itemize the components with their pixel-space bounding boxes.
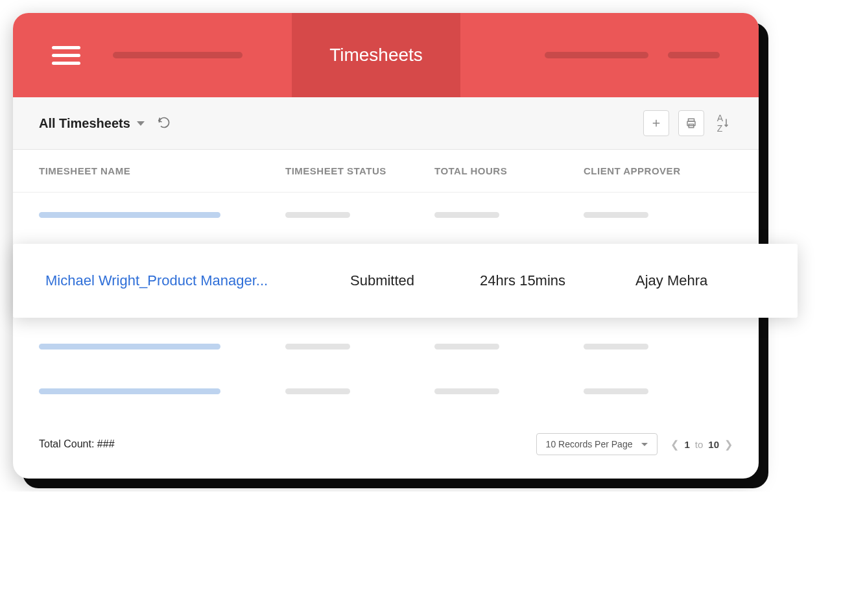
placeholder-cell: [39, 212, 220, 218]
page-from: 1: [684, 439, 689, 450]
page-title: Timesheets: [329, 45, 423, 65]
placeholder-cell: [39, 344, 220, 349]
table-row-highlighted[interactable]: Michael Wright_Product Manager... Submit…: [13, 244, 798, 318]
table-row[interactable]: [13, 324, 759, 369]
placeholder-cell: [285, 212, 350, 218]
toolbar-left: All Timesheets: [39, 116, 172, 131]
caret-down-icon: [641, 443, 648, 446]
table-row[interactable]: [13, 193, 759, 237]
app-header: Timesheets: [13, 13, 759, 97]
menu-icon[interactable]: [52, 46, 80, 65]
timesheet-approver: Ajay Mehra: [635, 272, 765, 289]
placeholder-cell: [285, 388, 350, 394]
filter-dropdown[interactable]: All Timesheets: [39, 116, 145, 131]
placeholder-cell: [584, 388, 648, 394]
table-header: TIMESHEET NAME TIMESHEET STATUS TOTAL HO…: [13, 150, 759, 193]
print-button[interactable]: [678, 110, 704, 136]
table-footer: Total Count: ### 10 Records Per Page ❮ 1…: [13, 414, 759, 479]
column-header-status[interactable]: TIMESHEET STATUS: [285, 165, 434, 176]
placeholder-cell: [434, 388, 499, 394]
timesheet-hours: 24hrs 15mins: [480, 272, 635, 289]
toolbar: All Timesheets: [13, 97, 759, 150]
placeholder-cell: [584, 344, 648, 349]
placeholder-cell: [285, 344, 350, 349]
page-size-dropdown[interactable]: 10 Records Per Page: [536, 433, 658, 455]
footer-right: 10 Records Per Page ❮ 1 to 10 ❯: [536, 433, 733, 455]
header-title-tab[interactable]: Timesheets: [292, 13, 460, 97]
placeholder-cell: [434, 212, 499, 218]
column-header-hours[interactable]: TOTAL HOURS: [434, 165, 584, 176]
header-placeholder: [545, 52, 648, 58]
header-left: [13, 46, 292, 65]
page-to-word: to: [695, 439, 704, 450]
page-to: 10: [708, 439, 719, 450]
column-header-name[interactable]: TIMESHEET NAME: [39, 165, 285, 176]
placeholder-cell: [584, 212, 648, 218]
header-placeholder: [113, 52, 243, 58]
column-header-approver[interactable]: CLIENT APPROVER: [584, 165, 733, 176]
toolbar-right: AZ: [643, 110, 733, 136]
add-button[interactable]: [643, 110, 669, 136]
pagination: ❮ 1 to 10 ❯: [670, 438, 733, 451]
total-count-label: Total Count: ###: [39, 438, 115, 450]
header-placeholder: [668, 52, 720, 58]
filter-label: All Timesheets: [39, 116, 130, 131]
page-size-label: 10 Records Per Page: [546, 439, 633, 449]
caret-down-icon: [137, 121, 145, 126]
next-page-button[interactable]: ❯: [724, 438, 733, 451]
prev-page-button[interactable]: ❮: [670, 438, 679, 451]
timesheet-name-link[interactable]: Michael Wright_Product Manager...: [45, 272, 350, 289]
table-body: Michael Wright_Product Manager... Submit…: [13, 193, 759, 414]
timesheet-status: Submitted: [350, 272, 480, 289]
placeholder-cell: [39, 388, 220, 394]
sort-button[interactable]: AZ: [713, 110, 733, 136]
placeholder-cell: [434, 344, 499, 349]
header-right: [460, 52, 759, 58]
refresh-button[interactable]: [158, 116, 172, 130]
app-window: Timesheets All Timesheets: [13, 13, 759, 479]
table-row[interactable]: [13, 369, 759, 414]
sort-az-icon: AZ: [717, 113, 722, 134]
